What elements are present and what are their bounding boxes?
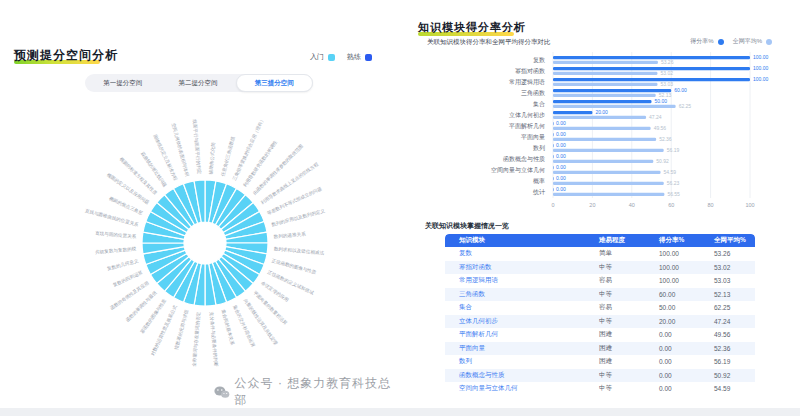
- network-average-value: 56.19: [667, 147, 680, 153]
- network-average-bar: [553, 61, 658, 64]
- table-cell: 53.02: [700, 264, 755, 271]
- page-bottom-strip: [0, 408, 800, 416]
- table-cell: 49.56: [700, 331, 755, 338]
- module-name-link[interactable]: 空间向量与立体几何: [445, 384, 585, 393]
- table-cell: 困难: [585, 344, 645, 353]
- sunburst-label: 椭圆的标准方程及其性质: [117, 155, 159, 197]
- module-score-panel: 知识模块得分率分析 关联知识模块得分率和全网平均得分率对比 得分率%全网平均% …: [405, 0, 800, 416]
- score-rate-bar: [553, 100, 652, 103]
- table-caption: 关联知识模块掌握情况一览: [425, 221, 509, 231]
- bar-category-label: 平面向量: [521, 133, 545, 141]
- bar-category-label: 三角函数: [521, 90, 545, 96]
- bar-category-label: 空间向量与立体几何: [491, 166, 545, 174]
- module-name-link[interactable]: 数列: [445, 357, 585, 366]
- table-row: 集合容易50.0062.25: [445, 301, 755, 315]
- network-average-value: 54.59: [664, 169, 677, 175]
- table-cell: 0.00: [645, 372, 700, 379]
- table-cell: 100.00: [645, 277, 700, 284]
- module-name-link[interactable]: 函数概念与性质: [445, 371, 585, 380]
- table-cell: 容易: [585, 276, 645, 285]
- module-name-link[interactable]: 幂指对函数: [445, 263, 585, 272]
- score-rate-bar: [553, 122, 554, 125]
- legend-label: 熟练: [347, 52, 361, 62]
- score-rate-value: 100.00: [753, 65, 769, 71]
- module-name-link[interactable]: 复数: [445, 249, 585, 258]
- wechat-icon: [214, 386, 230, 399]
- score-rate-bar: [553, 177, 554, 180]
- sunburst-label: 全称量词与存在量词的否定: [190, 311, 202, 367]
- table-row: 幂指对函数中等100.0053.02: [445, 261, 755, 275]
- module-name-link[interactable]: 平面向量: [445, 344, 585, 353]
- x-axis-tick: 20: [589, 202, 595, 208]
- network-average-bar: [553, 193, 664, 196]
- score-rate-value: 60.00: [674, 87, 687, 93]
- table-header-cell: 难易程度: [585, 236, 645, 245]
- network-average-bar: [553, 149, 664, 152]
- score-rate-value: 0.00: [556, 142, 566, 148]
- x-axis-tick: 0: [551, 202, 554, 208]
- table-row: 平面向量困难0.0052.36: [445, 342, 755, 356]
- network-average-bar: [553, 127, 651, 130]
- table-cell: 56.19: [700, 358, 755, 365]
- table-cell: 100.00: [645, 264, 700, 271]
- module-name-link[interactable]: 立体几何初步: [445, 317, 585, 326]
- table-cell: 53.26: [700, 250, 755, 257]
- score-rate-value: 0.00: [556, 153, 566, 159]
- sunburst-label: 线面平行与面面平行的判定: [191, 118, 203, 175]
- score-rate-bar: [553, 166, 554, 169]
- module-name-link[interactable]: 集合: [445, 303, 585, 312]
- bar-category-label: 立体几何初步: [509, 111, 545, 118]
- predict-space-panel: 预测提分空间分析 入门熟练 第一提分空间第二提分空间第三提分空间 辅助角公式化简…: [0, 0, 400, 416]
- table-cell: 中等: [585, 290, 645, 299]
- module-name-link[interactable]: 三角函数: [445, 290, 585, 299]
- legend-item-0[interactable]: 入门: [310, 52, 335, 62]
- x-axis-tick: 60: [668, 202, 674, 208]
- network-average-bar: [553, 94, 656, 97]
- score-rate-bar: [553, 67, 750, 70]
- table-row: 复数简单100.0053.26: [445, 247, 755, 261]
- legend-label: 入门: [310, 52, 324, 62]
- table-cell: 60.00: [645, 291, 700, 298]
- x-axis-tick: 80: [708, 202, 714, 208]
- network-average-bar: [553, 171, 661, 174]
- score-rate-value: 0.00: [556, 175, 566, 181]
- table-cell: 20.00: [645, 318, 700, 325]
- series-legend: 得分率%全网平均%: [690, 37, 772, 46]
- table-row: 常用逻辑用语容易100.0053.03: [445, 274, 755, 288]
- network-average-bar: [553, 138, 656, 141]
- module-name-link[interactable]: 平面解析几何: [445, 330, 585, 339]
- network-average-bar: [553, 105, 676, 108]
- module-name-link[interactable]: 常用逻辑用语: [445, 276, 585, 285]
- network-average-value: 53.26: [661, 59, 674, 65]
- sunburst-label: 利用导数求曲线上某点的切线方程: [259, 161, 320, 206]
- chart-subtitle: 关联知识模块得分率和全网平均得分率对比: [427, 38, 551, 47]
- sunburst-label: 直线与圆的位置关系: [95, 230, 137, 241]
- bar-category-label: 数列: [533, 144, 545, 152]
- table-header-cell: 知识模块: [445, 236, 585, 245]
- network-average-value: 50.92: [656, 158, 669, 164]
- right-panel-title: 知识模块得分率分析: [418, 20, 526, 35]
- score-rate-value: 0.00: [556, 164, 566, 170]
- network-average-value: 52.13: [659, 92, 672, 98]
- score-rate-bar: [553, 89, 671, 92]
- sunburst-label: 辅助角公式化简: [208, 142, 217, 175]
- legend-color-dot: [766, 39, 772, 45]
- score-rate-bar-chart: 020406080100复数100.0053.26幂指对函数100.0053.0…: [405, 52, 800, 214]
- legend-item-1[interactable]: 全网平均%: [733, 37, 772, 46]
- bar-category-label: 常用逻辑用语: [509, 78, 545, 86]
- table-cell: 中等: [585, 371, 645, 380]
- network-average-bar: [553, 182, 664, 185]
- table-cell: 中等: [585, 384, 645, 393]
- legend-item-1[interactable]: 熟练: [347, 52, 372, 62]
- network-average-value: 47.24: [649, 114, 662, 120]
- score-rate-bar: [553, 155, 554, 158]
- bar-category-label: 平面解析几何: [509, 122, 545, 130]
- watermark: 公众号 · 想象力教育科技总部: [214, 375, 400, 409]
- table-header-row: 知识模块难易程度得分率%全网平均%: [445, 234, 755, 247]
- score-rate-bar: [553, 144, 554, 147]
- table-cell: 0.00: [645, 385, 700, 392]
- table-cell: 0.00: [645, 358, 700, 365]
- table-cell: 100.00: [645, 250, 700, 257]
- legend-item-0[interactable]: 得分率%: [690, 37, 723, 46]
- sunburst-label: 指数幂的化简与求值: [173, 308, 191, 350]
